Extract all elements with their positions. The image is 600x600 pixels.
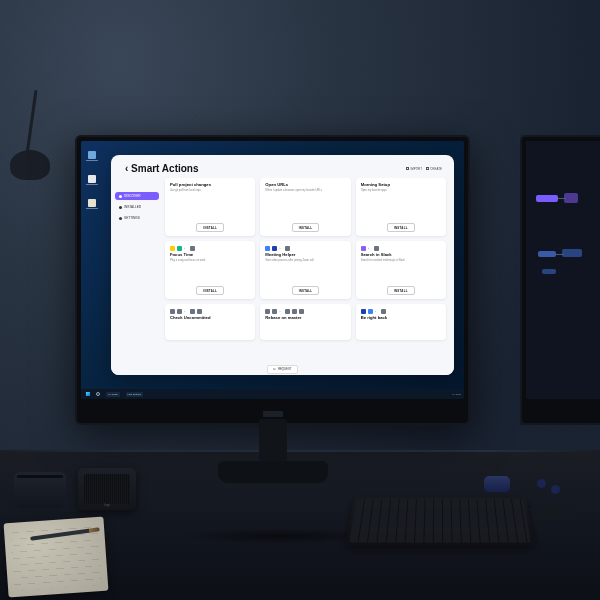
card-title: Focus Time — [170, 253, 250, 258]
start-button[interactable] — [84, 391, 92, 397]
install-button[interactable]: INSTALL — [196, 223, 224, 232]
download-icon — [406, 167, 409, 170]
desktop-icon-folder[interactable] — [87, 199, 97, 209]
taskbar-search[interactable] — [94, 391, 102, 397]
card-title: Rebase on master — [265, 316, 345, 321]
action-card-meeting-helper[interactable]: › Meeting Helper Start video process aft… — [260, 241, 350, 299]
app-header: Smart Actions IMPORT CREATE — [111, 155, 454, 178]
header-actions: IMPORT CREATE — [406, 167, 442, 171]
create-button[interactable]: CREATE — [426, 167, 442, 171]
taskbar-app-2[interactable]: Logi Options — [124, 391, 145, 397]
dock-device — [14, 472, 66, 508]
plus-icon — [426, 167, 429, 170]
install-button[interactable]: INSTALL — [387, 223, 415, 232]
cards-grid: Pull project changes Use git pull from l… — [165, 178, 446, 340]
install-button[interactable]: INSTALL — [196, 286, 224, 295]
cards-grid-wrap: Pull project changes Use git pull from l… — [163, 178, 454, 375]
install-button[interactable]: INSTALL — [292, 286, 320, 295]
node-wire — [556, 254, 564, 255]
app-icon — [197, 309, 202, 314]
compass-icon — [119, 195, 122, 198]
action-card-check-uncommitted[interactable]: › Check Uncommitted — [165, 304, 255, 340]
primary-monitor: Smart Actions IMPORT CREATE DISCOVER INS… — [75, 135, 470, 425]
monitor-stand — [248, 419, 298, 487]
app-icon — [190, 246, 195, 251]
install-button[interactable]: INSTALL — [387, 286, 415, 295]
arrow-icon: › — [375, 310, 379, 314]
app-icon — [265, 309, 270, 314]
action-card-brb[interactable]: › Be right back — [356, 304, 446, 340]
desktop-icon-file[interactable] — [87, 175, 97, 185]
app-icon — [285, 309, 290, 314]
gear-icon — [119, 217, 122, 220]
card-desc: Play a song and focus on work — [170, 259, 250, 286]
bluetooth-speaker: logi — [78, 468, 136, 510]
app-icon — [177, 246, 182, 251]
card-app-icons: › — [170, 246, 250, 251]
action-card-rebase-master[interactable]: › Rebase on master — [260, 304, 350, 340]
action-card-search-slack[interactable]: › Search in Slack Search for marked text… — [356, 241, 446, 299]
app-icon — [374, 246, 379, 251]
system-tray[interactable]: My Code — [452, 393, 461, 395]
page-title: Smart Actions — [125, 163, 199, 174]
desk-lamp — [10, 150, 60, 190]
card-desc: Search for marked text/emojis in Slack — [361, 259, 441, 286]
app-icon — [265, 246, 270, 251]
taskbar-app-1[interactable]: My Code — [104, 391, 122, 397]
earbuds-case — [484, 476, 510, 492]
card-title: Search in Slack — [361, 253, 441, 258]
check-icon — [119, 206, 122, 209]
card-app-icons: › — [361, 309, 441, 314]
editor-node[interactable] — [536, 195, 558, 202]
desktop-icon-recycle[interactable] — [87, 151, 97, 161]
app-icon — [272, 246, 277, 251]
app-icon — [170, 309, 175, 314]
editor-node[interactable] — [562, 249, 582, 257]
windows-icon — [86, 392, 90, 396]
app-icon — [381, 309, 386, 314]
editor-node[interactable] — [538, 251, 556, 257]
action-card-focus-time[interactable]: › Focus Time Play a song and focus on wo… — [165, 241, 255, 299]
card-title: Open URLs — [265, 183, 345, 188]
import-button[interactable]: IMPORT — [406, 167, 422, 171]
editor-node[interactable] — [542, 269, 556, 274]
app-body: DISCOVER INSTALLED SETTINGS Pull project… — [111, 178, 454, 375]
secondary-monitor — [520, 135, 600, 425]
card-title: Check Uncommitted — [170, 316, 250, 321]
action-card-pull-project[interactable]: Pull project changes Use git pull from l… — [165, 178, 255, 236]
windows-taskbar: My Code Logi Options My Code — [81, 389, 464, 399]
speaker-brand-label: logi — [104, 503, 109, 507]
arrow-icon: › — [184, 310, 188, 314]
search-icon — [96, 392, 100, 396]
keyboard — [346, 497, 535, 546]
sidebar-item-discover[interactable]: DISCOVER — [115, 192, 159, 200]
card-title: Meeting Helper — [265, 253, 345, 258]
node-editor-canvas[interactable] — [526, 141, 600, 399]
app-icon — [361, 309, 366, 314]
install-button[interactable]: INSTALL — [292, 223, 320, 232]
earbud — [551, 485, 560, 494]
request-button[interactable]: ✉ REQUEST — [267, 365, 297, 374]
monitor-screen: Smart Actions IMPORT CREATE DISCOVER INS… — [81, 141, 464, 399]
arrow-icon: › — [279, 310, 283, 314]
monitor-logo — [263, 411, 283, 417]
card-desc: Start video process after joining Zoom c… — [265, 259, 345, 286]
card-desc: Open my favorite apps — [361, 189, 441, 223]
action-card-open-urls[interactable]: Open URLs When I update a browser, open … — [260, 178, 350, 236]
action-card-morning-setup[interactable]: Morning Setup Open my favorite apps INST… — [356, 178, 446, 236]
sidebar-item-settings[interactable]: SETTINGS — [115, 214, 159, 222]
app-icon — [177, 309, 182, 314]
arrow-icon: › — [279, 247, 283, 251]
arrow-icon: › — [368, 247, 372, 251]
app-icon — [170, 246, 175, 251]
card-title: Morning Setup — [361, 183, 441, 188]
earbud — [537, 479, 546, 488]
secondary-screen — [526, 141, 600, 399]
arrow-icon: › — [184, 247, 188, 251]
app-icon — [368, 309, 373, 314]
app-footer: ✉ REQUEST — [111, 363, 454, 375]
sidebar-item-installed[interactable]: INSTALLED — [115, 203, 159, 211]
editor-node[interactable] — [564, 193, 578, 203]
app-icon — [361, 246, 366, 251]
app-icon — [272, 309, 277, 314]
